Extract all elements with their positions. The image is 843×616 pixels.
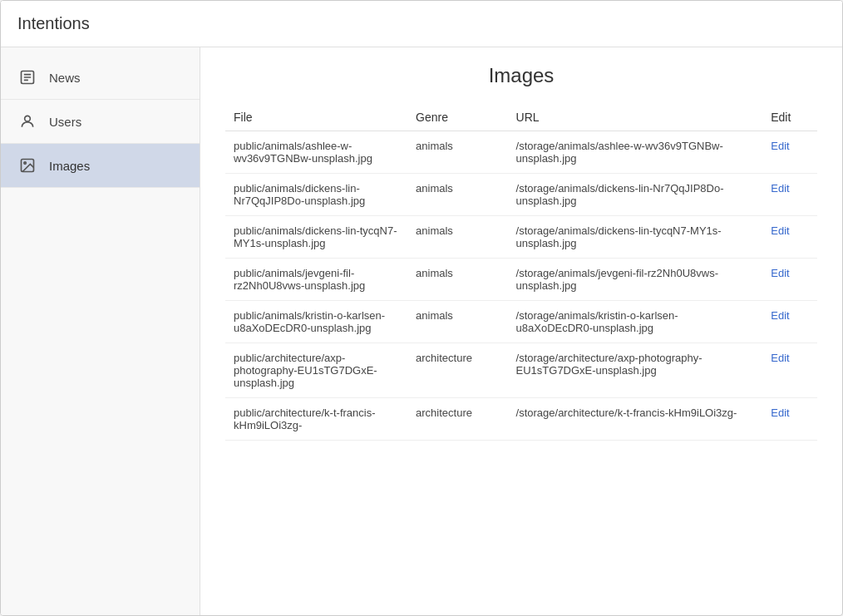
cell-edit[interactable]: Edit: [762, 343, 817, 398]
edit-link[interactable]: Edit: [771, 407, 789, 419]
cell-url: /storage/animals/dickens-lin-tycqN7-MY1s…: [508, 216, 763, 259]
cell-url: /storage/architecture/axp-photography-EU…: [508, 343, 763, 398]
app-header: Intentions: [1, 1, 842, 47]
col-header-genre: Genre: [407, 104, 507, 131]
cell-edit[interactable]: Edit: [762, 131, 817, 174]
cell-edit[interactable]: Edit: [762, 259, 817, 301]
sidebar-item-images[interactable]: Images: [1, 144, 200, 188]
cell-edit[interactable]: Edit: [762, 216, 817, 259]
cell-file: public/animals/dickens-lin-tycqN7-MY1s-u…: [225, 216, 407, 259]
edit-link[interactable]: Edit: [771, 224, 789, 237]
cell-file: public/animals/kristin-o-karlsen-u8aXoDE…: [225, 301, 407, 343]
sidebar-item-images-label: Images: [49, 159, 90, 173]
cell-genre: animals: [407, 301, 507, 343]
sidebar-item-news-label: News: [49, 71, 81, 85]
sidebar-item-news[interactable]: News: [1, 56, 200, 100]
cell-file: public/architecture/axp-photography-EU1s…: [225, 343, 407, 398]
cell-genre: architecture: [407, 343, 507, 398]
sidebar-item-users-label: Users: [49, 115, 81, 129]
cell-genre: animals: [407, 174, 507, 216]
cell-url: /storage/animals/kristin-o-karlsen-u8aXo…: [508, 301, 763, 343]
cell-edit[interactable]: Edit: [762, 398, 817, 441]
cell-edit[interactable]: Edit: [762, 301, 817, 343]
cell-genre: animals: [407, 259, 507, 301]
svg-point-6: [24, 162, 26, 165]
cell-genre: architecture: [407, 398, 507, 441]
table-row: public/architecture/k-t-francis-kHm9iLOi…: [225, 398, 817, 441]
sidebar: News Users: [1, 47, 200, 615]
table-row: public/architecture/axp-photography-EU1s…: [225, 343, 817, 398]
cell-file: public/animals/dickens-lin-Nr7QqJIP8Do-u…: [225, 174, 407, 216]
cell-file: public/animals/jevgeni-fil-rz2Nh0U8vws-u…: [225, 259, 407, 301]
cell-url: /storage/architecture/k-t-francis-kHm9iL…: [508, 398, 763, 441]
edit-link[interactable]: Edit: [771, 182, 789, 195]
cell-genre: animals: [407, 131, 507, 174]
page-title: Images: [225, 64, 817, 87]
edit-link[interactable]: Edit: [771, 267, 789, 279]
edit-link[interactable]: Edit: [771, 309, 789, 322]
app-window: Intentions News: [0, 0, 843, 616]
cell-file: public/architecture/k-t-francis-kHm9iLOi…: [225, 398, 407, 441]
col-header-edit: Edit: [762, 104, 817, 131]
edit-link[interactable]: Edit: [771, 352, 789, 364]
cell-file: public/animals/ashlee-w-wv36v9TGNBw-unsp…: [225, 131, 407, 174]
image-icon: [17, 155, 37, 175]
svg-point-4: [25, 116, 31, 121]
cell-url: /storage/animals/dickens-lin-Nr7QqJIP8Do…: [508, 174, 763, 216]
table-row: public/animals/dickens-lin-Nr7QqJIP8Do-u…: [225, 174, 817, 216]
app-body: News Users: [1, 47, 842, 615]
cell-url: /storage/animals/jevgeni-fil-rz2Nh0U8vws…: [508, 259, 763, 301]
cell-genre: animals: [407, 216, 507, 259]
col-header-file: File: [225, 104, 407, 131]
table-row: public/animals/kristin-o-karlsen-u8aXoDE…: [225, 301, 817, 343]
newspaper-icon: [17, 67, 37, 87]
cell-edit[interactable]: Edit: [762, 174, 817, 216]
edit-link[interactable]: Edit: [771, 140, 789, 152]
app-title: Intentions: [17, 14, 90, 32]
col-header-url: URL: [508, 104, 763, 131]
user-icon: [17, 111, 37, 131]
table-row: public/animals/ashlee-w-wv36v9TGNBw-unsp…: [225, 131, 817, 174]
sidebar-item-users[interactable]: Users: [1, 100, 200, 144]
cell-url: /storage/animals/ashlee-w-wv36v9TGNBw-un…: [508, 131, 763, 174]
table-row: public/animals/jevgeni-fil-rz2Nh0U8vws-u…: [225, 259, 817, 301]
main-content: Images File Genre URL Edit public/animal…: [200, 47, 842, 615]
table-row: public/animals/dickens-lin-tycqN7-MY1s-u…: [225, 216, 817, 259]
images-table: File Genre URL Edit public/animals/ashle…: [225, 104, 817, 441]
